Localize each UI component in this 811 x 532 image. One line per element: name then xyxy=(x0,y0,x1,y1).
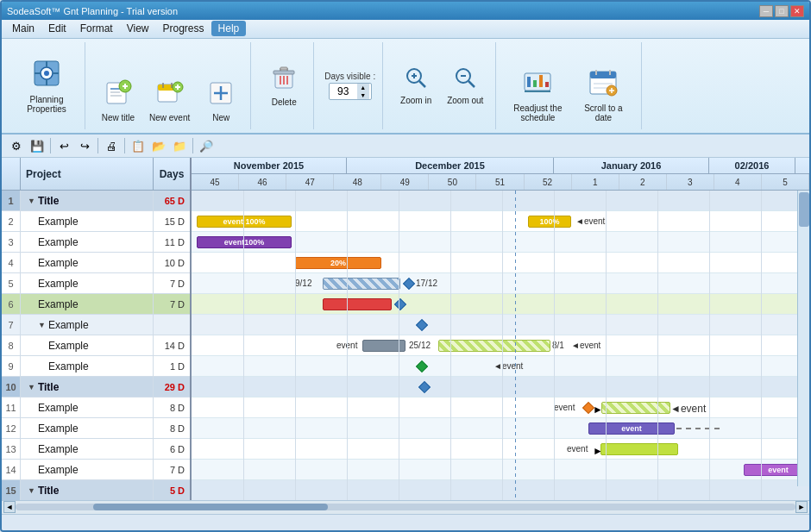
row-days: 7 D xyxy=(154,294,190,314)
table-row[interactable]: 13 Example 6 D xyxy=(2,439,190,460)
svg-rect-42 xyxy=(539,75,543,87)
days-down-arrow[interactable]: ▼ xyxy=(357,91,369,99)
days-visible-field[interactable] xyxy=(330,85,357,97)
row-num: 6 xyxy=(2,294,21,314)
menu-progress[interactable]: Progress xyxy=(156,21,211,36)
row-project: ▼Title xyxy=(21,191,154,210)
diamond-5 xyxy=(403,278,415,290)
planning-properties-button[interactable]: Planning Properties xyxy=(16,54,78,117)
row-days: 10 D xyxy=(154,253,190,272)
planning-properties-label: Planning Properties xyxy=(21,95,72,114)
gantt-bar-4[interactable]: 20% xyxy=(295,257,381,269)
menu-view[interactable]: View xyxy=(120,21,156,36)
table-row[interactable]: 14 Example 7 D xyxy=(2,460,190,480)
zoom-in-icon xyxy=(404,66,428,94)
row-num: 1 xyxy=(2,191,21,210)
table-row[interactable]: 8 Example 14 D xyxy=(2,335,190,356)
row-num: 14 xyxy=(2,460,21,479)
toolbar-search-button[interactable]: 🔎 xyxy=(197,136,216,155)
ribbon: Planning Properties New title xyxy=(2,39,809,135)
toolbar-save-button[interactable]: 💾 xyxy=(28,136,47,155)
gantt-bar-3[interactable]: event100% xyxy=(197,236,292,248)
table-row[interactable]: 11 Example 8 D xyxy=(2,397,190,418)
table-row[interactable]: 1 ▼Title 65 D xyxy=(2,191,190,211)
toolbar-settings-button[interactable]: ⚙ xyxy=(7,136,26,155)
days-up-arrow[interactable]: ▲ xyxy=(357,84,369,91)
gantt-header-project: Project xyxy=(21,158,154,190)
table-row[interactable]: 9 Example 1 D xyxy=(2,356,190,377)
menu-format[interactable]: Format xyxy=(73,21,120,36)
week-3: 3 xyxy=(667,174,714,191)
vline-50 xyxy=(450,191,451,500)
diamond-9 xyxy=(416,360,428,372)
row-days: 6 D xyxy=(154,439,190,459)
chart-row-6 xyxy=(192,294,809,315)
toolbar-redo-button[interactable]: ↪ xyxy=(75,136,94,155)
table-row[interactable]: 15 ▼Title 5 D xyxy=(2,480,190,500)
scroll-left-button[interactable]: ◄ xyxy=(3,501,16,513)
row-num: 5 xyxy=(2,273,21,293)
new-title-icon xyxy=(104,79,132,111)
table-row[interactable]: 4 Example 10 D xyxy=(2,253,190,273)
readjust-button[interactable]: Readjust the schedule xyxy=(506,63,569,126)
toolbar-undo-button[interactable]: ↩ xyxy=(54,136,73,155)
svg-point-2 xyxy=(44,71,49,76)
gantt-bar-2b[interactable]: 100% xyxy=(528,216,571,228)
row-days: 65 D xyxy=(154,191,190,210)
row-days: 7 D xyxy=(154,273,190,293)
new-button[interactable]: New xyxy=(198,76,243,126)
scrollbar-vertical[interactable] xyxy=(797,191,809,486)
status-bar xyxy=(2,514,809,530)
table-row[interactable]: 6 Example 7 D xyxy=(2,294,190,315)
gantt-bar-11[interactable] xyxy=(601,402,670,414)
maximize-button[interactable]: □ xyxy=(775,5,789,17)
toolbar-print-button[interactable]: 🖨 xyxy=(102,136,121,155)
diamond-10 xyxy=(418,381,431,393)
gantt-bar-8b[interactable] xyxy=(438,340,550,352)
table-row[interactable]: 12 Example 8 D xyxy=(2,418,190,439)
week-1: 1 xyxy=(572,174,619,191)
menu-edit[interactable]: Edit xyxy=(41,21,73,36)
title-bar: SodeaSoft™ Gnt Planning - Trial version … xyxy=(2,2,809,20)
new-title-button[interactable]: New title xyxy=(96,76,141,126)
menu-main[interactable]: Main xyxy=(5,21,41,36)
scrollbar-horizontal[interactable]: ◄ ► xyxy=(2,500,809,514)
event-label-13: event xyxy=(567,444,588,454)
row-project: Example xyxy=(21,418,154,438)
minimize-button[interactable]: ─ xyxy=(759,5,773,17)
menu-help[interactable]: Help xyxy=(211,21,247,36)
row-num: 8 xyxy=(2,335,21,355)
close-button[interactable]: ✕ xyxy=(790,5,804,17)
toolbar-copy-button[interactable]: 📋 xyxy=(129,136,148,155)
new-event-button[interactable]: New event xyxy=(144,76,195,126)
toolbar-folder-button[interactable]: 📁 xyxy=(170,136,189,155)
gantt-bar-2a[interactable]: event 100% xyxy=(197,216,292,228)
week-5: 5 xyxy=(762,174,809,191)
row-project: ▼Title xyxy=(21,480,154,500)
gantt-bar-5[interactable] xyxy=(323,278,400,290)
days-visible-group: Days visible : ▲ ▼ xyxy=(317,42,383,130)
gantt-bar-12[interactable]: event xyxy=(588,422,675,435)
delete-label: Delete xyxy=(272,97,297,107)
gantt-bar-13[interactable] xyxy=(600,443,678,455)
zoom-in-button[interactable]: Zoom in xyxy=(393,62,438,109)
svg-line-38 xyxy=(468,81,475,87)
delete-button[interactable]: Delete xyxy=(261,60,306,110)
row-days: 14 D xyxy=(154,335,190,355)
ribbon-group-delete: Delete xyxy=(255,42,314,130)
scrollbar-thumb-v[interactable] xyxy=(799,192,809,227)
toolbar-open-button[interactable]: 📂 xyxy=(149,136,168,155)
zoom-out-button[interactable]: Zoom out xyxy=(442,62,488,109)
ribbon-group-readjust: Readjust the schedule xyxy=(500,42,642,130)
table-row[interactable]: 2 Example 15 D xyxy=(2,211,190,232)
toolbar-separator-1 xyxy=(50,138,51,153)
table-row[interactable]: 10 ▼Title 29 D xyxy=(2,377,190,397)
chart-row-12: event xyxy=(192,418,809,439)
scrollbar-thumb-h[interactable] xyxy=(93,504,327,510)
gantt-bar-6[interactable] xyxy=(323,298,392,310)
scroll-right-button[interactable]: ► xyxy=(795,501,808,513)
table-row[interactable]: 5 Example 7 D xyxy=(2,273,190,294)
scroll-date-button[interactable]: Scroll to a date xyxy=(572,63,634,126)
table-row[interactable]: 7 ▼Example xyxy=(2,315,190,335)
table-row[interactable]: 3 Example 11 D xyxy=(2,232,190,253)
